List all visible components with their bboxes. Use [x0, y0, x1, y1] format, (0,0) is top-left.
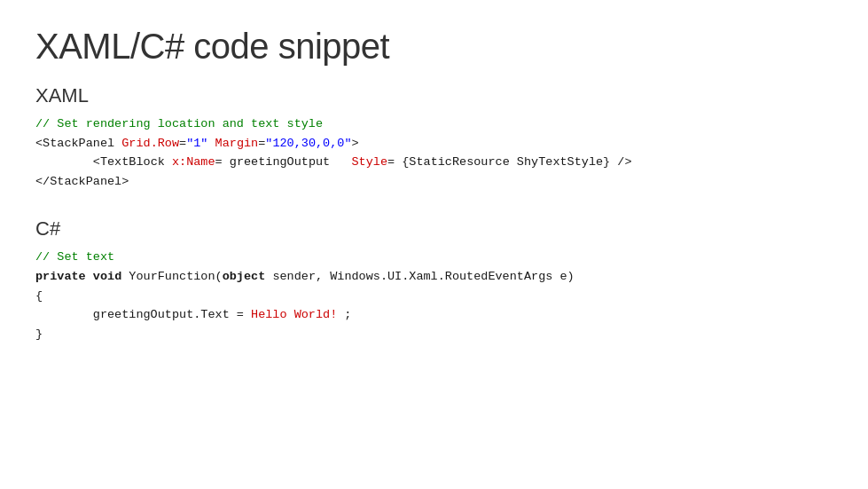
csharp-line-close-brace: } [35, 325, 833, 344]
xaml-tag-stackpanel: StackPanel [43, 137, 114, 150]
csharp-line-open-brace: { [35, 287, 833, 306]
xaml-line-stackpanel-open: <StackPanel Grid.Row="1" Margin="120,30,… [35, 134, 833, 154]
page: XAML/C# code snippet XAML // Set renderi… [0, 0, 868, 489]
csharp-line-assignment: greetingOutput.Text = Hello World! ; [35, 305, 833, 325]
xaml-tag-textblock-open: < [93, 155, 100, 169]
csharp-keyword-void: void [93, 270, 121, 283]
page-title: XAML/C# code snippet [35, 27, 833, 67]
xaml-label: XAML [35, 84, 833, 107]
csharp-open-brace: { [35, 289, 43, 303]
csharp-section: C# // Set text private void YourFunction… [35, 217, 833, 343]
xaml-tag-textblock: TextBlock [100, 155, 165, 169]
xaml-attr-xname-value: greetingOutput [230, 155, 330, 169]
csharp-label: C# [35, 217, 833, 241]
xaml-line-stackpanel-close: </StackPanel> [35, 172, 833, 192]
csharp-keyword-private: private [35, 270, 86, 283]
xaml-attr-style-name: Style [352, 155, 388, 169]
csharp-keyword-object: object [223, 270, 266, 283]
csharp-hello-world-string: Hello World! [251, 308, 337, 321]
xaml-attr-margin-name: Margin [215, 137, 259, 150]
xaml-line-comment: // Set rendering location and text style [35, 114, 833, 134]
csharp-line-comment: // Set text [35, 248, 833, 267]
csharp-line-method: private void YourFunction(object sender,… [35, 267, 833, 287]
xaml-attr-style-value: {StaticResource ShyTextStyle} [402, 155, 610, 169]
xaml-line-textblock: <TextBlock x:Name= greetingOutput Style=… [35, 153, 833, 172]
xaml-attr-xname-name: x:Name [172, 155, 215, 169]
xaml-tag-close: </StackPanel> [35, 175, 129, 188]
xaml-attr-grid-row-name: Grid.Row [121, 137, 179, 150]
csharp-code-block: // Set text private void YourFunction(ob… [35, 248, 833, 343]
xaml-attr-margin-value: "120,30,0,0" [265, 137, 351, 150]
csharp-comment-text: // Set text [35, 250, 114, 264]
xaml-code-block: // Set rendering location and text style… [35, 114, 833, 191]
xaml-tag-open-bracket: < [35, 137, 43, 150]
csharp-close-brace: } [35, 327, 43, 341]
csharp-assignment-lhs: greetingOutput.Text = [93, 308, 251, 321]
xaml-attr-grid-row-value: "1" [186, 137, 207, 150]
xaml-section: XAML // Set rendering location and text … [35, 84, 833, 191]
xaml-comment-text: // Set rendering location and text style [35, 117, 323, 130]
csharp-method-name: YourFunction( [129, 270, 222, 283]
